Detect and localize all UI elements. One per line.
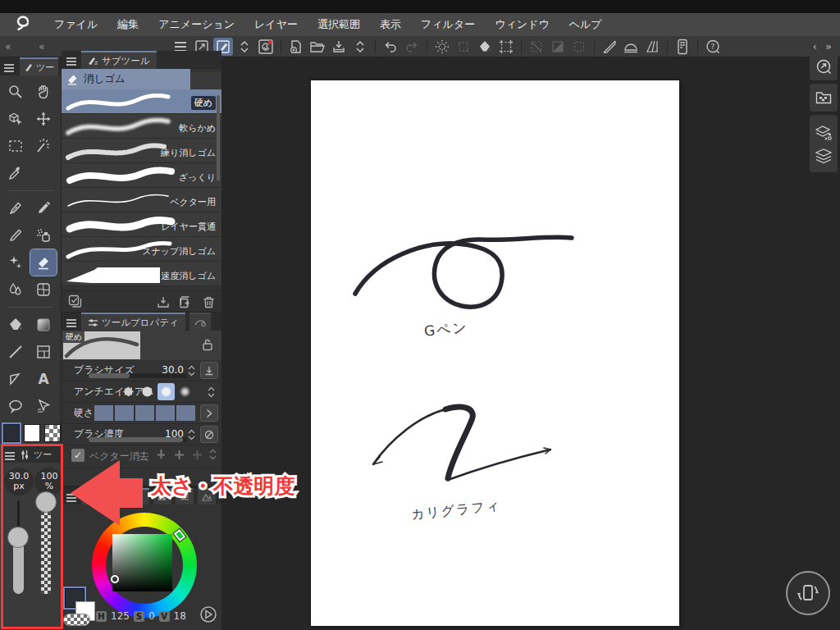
brush-size-stepper[interactable] bbox=[188, 364, 195, 377]
layer-property-icon[interactable] bbox=[815, 123, 833, 141]
brush-size-source-button[interactable] bbox=[200, 362, 218, 379]
canvas-frame-icon[interactable] bbox=[496, 38, 516, 56]
main-color-swatch[interactable] bbox=[3, 424, 20, 442]
fill-tool[interactable] bbox=[2, 312, 29, 338]
menu-edit[interactable]: 編集 bbox=[117, 17, 139, 32]
erase-whole-line-icon[interactable] bbox=[191, 449, 203, 461]
clear-selection-icon[interactable] bbox=[454, 38, 473, 56]
move-tool[interactable] bbox=[30, 106, 57, 132]
import-subtool-icon[interactable] bbox=[157, 295, 170, 308]
subtool-item-zakkuri[interactable]: ざっくり bbox=[62, 163, 221, 188]
menu-view[interactable]: 表示 bbox=[380, 17, 401, 32]
material-button[interactable] bbox=[810, 84, 838, 112]
wand-tool[interactable] bbox=[30, 133, 57, 159]
lock-icon[interactable] bbox=[202, 338, 213, 351]
layers-icon[interactable] bbox=[815, 148, 833, 164]
liquify-tool[interactable] bbox=[30, 276, 57, 303]
transparent-color-swatch[interactable] bbox=[44, 424, 61, 442]
subtool-item-yawarakame[interactable]: 軟らかめ bbox=[62, 114, 221, 139]
redo-icon[interactable] bbox=[402, 38, 422, 56]
color-mode-toggle-icon[interactable] bbox=[199, 605, 217, 623]
workspace-prev-icon[interactable]: ‹ bbox=[813, 40, 817, 52]
help-icon[interactable]: ? bbox=[703, 38, 723, 56]
zoom-tool[interactable] bbox=[2, 79, 29, 105]
multi-select-icon[interactable] bbox=[68, 294, 82, 308]
menu-window[interactable]: ウィンドウ bbox=[495, 17, 550, 32]
snap-grid-icon[interactable] bbox=[642, 38, 662, 56]
menu-selection[interactable]: 選択範囲 bbox=[317, 17, 360, 32]
vector-erase-stepper[interactable] bbox=[209, 448, 217, 461]
workspace-next-icon[interactable]: » bbox=[825, 40, 832, 52]
menu-file[interactable]: ファイル bbox=[54, 17, 98, 32]
antialias-none-button[interactable] bbox=[120, 383, 137, 400]
erase-touched-icon[interactable] bbox=[155, 449, 167, 461]
blend-tool[interactable] bbox=[2, 276, 29, 303]
tab-subtool[interactable]: サブツール bbox=[81, 51, 157, 69]
eraser-tool[interactable] bbox=[30, 249, 57, 276]
sv-square-selector[interactable] bbox=[111, 575, 119, 583]
snap-special-ruler-icon[interactable] bbox=[621, 38, 641, 56]
snap-ruler-icon[interactable] bbox=[600, 38, 619, 56]
brush-tool[interactable] bbox=[2, 222, 29, 249]
save-updown-icon[interactable] bbox=[350, 38, 370, 56]
subtool-menu-icon[interactable] bbox=[66, 56, 77, 64]
fill-icon[interactable] bbox=[475, 38, 495, 56]
clear-icon[interactable] bbox=[432, 38, 452, 56]
subtool-item-katame[interactable]: 硬め bbox=[62, 89, 221, 114]
hardness-expand-button[interactable] bbox=[200, 404, 218, 422]
undo-icon[interactable] bbox=[381, 38, 400, 56]
save-icon[interactable] bbox=[329, 38, 349, 56]
pen-tool[interactable] bbox=[2, 195, 29, 221]
tab-tool-property[interactable]: ツールプロパティ bbox=[81, 313, 185, 331]
antialias-stepper[interactable] bbox=[208, 386, 215, 399]
text-tool[interactable]: A bbox=[30, 366, 57, 392]
subtool-group-eraser[interactable]: 消しゴム bbox=[62, 69, 190, 89]
new-document-icon[interactable] bbox=[286, 38, 306, 56]
menu-layer[interactable]: レイヤー bbox=[254, 17, 298, 32]
tool-panel-menu-icon[interactable] bbox=[3, 62, 15, 71]
subtool-item-snap-eraser[interactable]: スナップ消しゴム bbox=[62, 237, 221, 262]
eyedropper-tool[interactable] bbox=[2, 160, 29, 186]
subtool-item-layer-through[interactable]: レイヤー貫通 bbox=[62, 212, 221, 237]
subtool-scrollbar[interactable] bbox=[217, 95, 220, 181]
delete-subtool-icon[interactable] bbox=[203, 295, 215, 308]
tab-tool[interactable]: ツー bbox=[20, 57, 58, 75]
density-effect-button[interactable] bbox=[200, 426, 218, 443]
figure-tool[interactable] bbox=[2, 339, 29, 365]
selection-border-icon[interactable] bbox=[569, 38, 589, 56]
duplicate-subtool-icon[interactable] bbox=[180, 295, 193, 308]
canvas-page[interactable]: Gペン カリグラフィ bbox=[311, 80, 679, 626]
decoration-tool[interactable] bbox=[2, 249, 29, 276]
frame-border-tool[interactable] bbox=[30, 339, 57, 365]
subtool-item-speed-eraser[interactable]: 速度消しゴム bbox=[62, 262, 221, 286]
airbrush-tool[interactable] bbox=[30, 222, 57, 249]
brush-size-value[interactable]: 30.0 bbox=[162, 364, 184, 376]
hand-tool[interactable] bbox=[30, 79, 57, 105]
menu-filter[interactable]: フィルター bbox=[421, 17, 475, 32]
polyline-tool[interactable] bbox=[2, 366, 29, 392]
collapse-left2-icon[interactable]: « bbox=[39, 41, 44, 52]
line-correct-tool[interactable] bbox=[30, 393, 57, 419]
navigator-button[interactable] bbox=[810, 52, 838, 80]
transparent-chip[interactable] bbox=[63, 614, 90, 626]
saturation-value-square[interactable] bbox=[112, 534, 172, 591]
density-stepper[interactable] bbox=[188, 428, 195, 441]
clip-studio-launcher-icon[interactable] bbox=[256, 38, 276, 56]
sub-color-swatch[interactable] bbox=[24, 424, 40, 442]
rotate-canvas-button[interactable] bbox=[786, 571, 830, 615]
companion-mode-icon[interactable] bbox=[673, 38, 692, 56]
collapse-left-icon[interactable]: « bbox=[5, 41, 11, 52]
subtool-item-nerikeshi[interactable]: 練り消しゴム bbox=[62, 139, 221, 163]
open-file-icon[interactable] bbox=[308, 38, 327, 56]
erase-to-intersection-icon[interactable] bbox=[173, 449, 185, 461]
antialias-strong-button[interactable] bbox=[176, 383, 194, 400]
tool-property-menu-icon[interactable] bbox=[66, 317, 77, 326]
deselect-icon[interactable] bbox=[527, 38, 546, 56]
tab-brush-detail[interactable] bbox=[189, 313, 211, 331]
subtool-item-vector[interactable]: ベクター用 bbox=[62, 188, 221, 212]
gradient-tool[interactable] bbox=[30, 312, 57, 338]
hardness-level-control[interactable] bbox=[94, 405, 195, 421]
pencil-tool[interactable] bbox=[30, 195, 57, 221]
object-tool[interactable] bbox=[2, 106, 29, 132]
marquee-tool[interactable] bbox=[2, 133, 29, 159]
